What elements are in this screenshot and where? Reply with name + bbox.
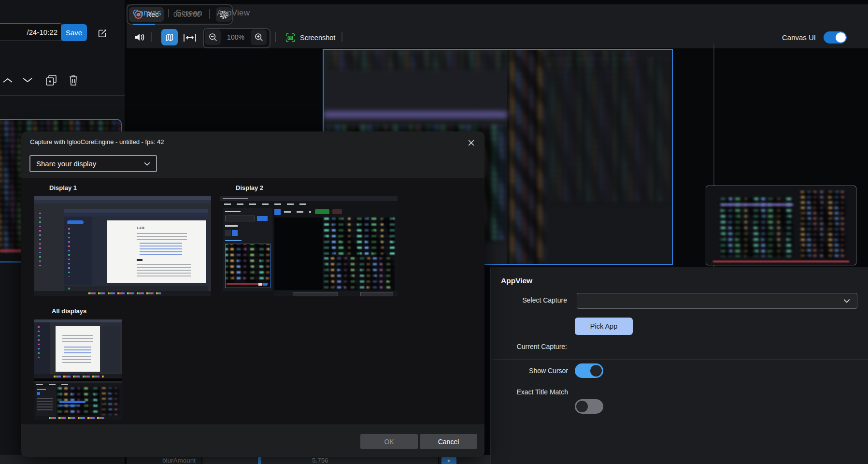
t3b-selected-row — [59, 401, 85, 403]
top-bar: Canvas Screen AppView 10 — [127, 4, 868, 48]
t2-code-top — [324, 218, 395, 257]
t2-code-bottom — [324, 257, 395, 290]
close-icon — [467, 139, 475, 147]
play-triangle-icon — [447, 459, 451, 463]
t1-inner-sidebar — [64, 217, 92, 285]
dialog-close-button[interactable] — [462, 134, 480, 151]
current-capture-label: Current Capture: — [501, 343, 567, 350]
toolbar-separator — [275, 32, 276, 42]
t2-mini-btn2 — [263, 283, 267, 286]
parameter-value: 5.756 — [202, 457, 438, 464]
display2-thumbnail[interactable] — [220, 196, 398, 296]
t3-taskbar-icons — [54, 376, 104, 377]
canvas-blur-code-right — [551, 58, 669, 203]
canvas-ui-toggle[interactable] — [824, 31, 847, 44]
t1-inner-sidebar-icons — [68, 228, 70, 276]
fit-width-button[interactable] — [183, 32, 197, 44]
tab-canvas[interactable]: Canvas — [133, 8, 161, 18]
t2-field2 — [360, 292, 393, 296]
screenshot-label: Screenshot — [300, 34, 335, 42]
audio-button[interactable] — [133, 31, 146, 43]
canvas-blur-code-middle — [511, 49, 545, 265]
chevron-down-icon — [144, 162, 150, 166]
t3b-selected-row2 — [59, 405, 80, 406]
t1-outer-toolbar — [34, 200, 211, 203]
t2-title-dash — [223, 198, 248, 199]
exact-title-match-toggle[interactable] — [575, 399, 603, 414]
edit-icon — [97, 28, 108, 39]
zoom-out-icon — [208, 32, 218, 42]
toggle-knob — [576, 401, 588, 412]
exact-title-match-label: Exact Title Match — [501, 388, 568, 396]
t2-appview-dash — [225, 240, 242, 241]
t2-field1 — [293, 292, 338, 296]
display2-label: Display 2 — [236, 184, 263, 191]
t1-outer-sidebar-icons — [39, 213, 41, 266]
t1-doc-subheading — [137, 259, 142, 261]
share-source-dropdown[interactable]: Share your display — [29, 155, 157, 172]
chevron-up-icon — [2, 77, 14, 84]
parameter-action-button[interactable] — [441, 457, 456, 464]
t3-right-col — [102, 326, 120, 372]
t3b-code-right — [102, 387, 119, 415]
cancel-button[interactable]: Cancel — [420, 434, 477, 449]
mini-preview-code-right — [801, 191, 845, 259]
select-capture-dropdown[interactable] — [577, 293, 857, 309]
canvas-editor-gutter — [507, 50, 510, 264]
t1-doc-heading: 1.2.0 — [137, 226, 144, 230]
t2-layer-mini-code — [225, 244, 270, 283]
move-layer-up-button[interactable] — [1, 75, 14, 85]
t3-doc-lines — [62, 335, 93, 344]
all-displays-thumbnail[interactable] — [34, 319, 122, 420]
mini-preview-red-bar — [713, 261, 849, 262]
toolbar-separator — [342, 32, 342, 42]
canvas-ui-control: Canvas UI — [782, 31, 847, 44]
show-cursor-toggle[interactable] — [575, 363, 603, 378]
zoom-in-button[interactable] — [251, 29, 267, 45]
t1-inner-titlebar — [64, 209, 208, 213]
toggle-knob — [590, 365, 602, 377]
screenshot-button[interactable]: Screenshot — [282, 31, 338, 44]
screen-preview-thumbnail[interactable] — [706, 186, 856, 265]
t3-sidebar-icons — [38, 326, 40, 361]
t2-map-mini — [274, 209, 281, 215]
parameter-name: blurAmount — [127, 457, 196, 464]
t2-source-input — [225, 216, 255, 221]
t3b-blue-sq — [37, 392, 40, 395]
t1-inner-toolbar — [64, 213, 208, 217]
show-cursor-label: Show Cursor — [501, 367, 568, 375]
select-capture-label: Select Capture — [501, 296, 567, 304]
app-window: Save Canvas Scre — [0, 0, 868, 464]
t3b-panel-lines — [37, 398, 53, 412]
t2-icon-sq — [225, 230, 231, 236]
capture-name-input[interactable] — [0, 23, 63, 41]
tab-appview[interactable]: AppView — [217, 8, 250, 18]
rename-button[interactable] — [96, 27, 109, 40]
t1-add-pill — [67, 220, 84, 224]
save-button[interactable]: Save — [61, 24, 87, 41]
view-tabs: Canvas Screen AppView — [133, 8, 250, 18]
sidebar-divider — [0, 95, 125, 96]
pick-app-button[interactable]: Pick App — [575, 318, 633, 335]
chevron-down-icon — [843, 299, 850, 303]
tab-separator — [168, 9, 169, 17]
t2-screenshot-mini — [315, 209, 329, 214]
dialog-title: Capture with IglooCoreEngine - untitled … — [30, 138, 164, 145]
t1-document-page: 1.2.0 — [107, 220, 206, 283]
t2-titlebar — [220, 196, 398, 201]
t3-doc-bullets — [64, 347, 91, 353]
ok-button[interactable]: OK — [360, 434, 418, 449]
delete-layer-button[interactable] — [67, 73, 80, 87]
toolbar-separator — [151, 32, 152, 42]
zoom-level: 100% — [223, 33, 248, 41]
tab-screen[interactable]: Screen — [176, 8, 202, 18]
share-source-value: Share your display — [36, 160, 96, 168]
display1-thumbnail[interactable]: 1.2.0 — [34, 196, 211, 296]
zoom-out-button[interactable] — [205, 29, 221, 45]
t3-bottom-screen — [34, 381, 122, 420]
duplicate-layer-button[interactable] — [44, 73, 58, 87]
move-layer-down-button[interactable] — [21, 75, 34, 85]
t2-menubar — [224, 203, 311, 205]
map-view-button[interactable] — [161, 29, 178, 45]
fit-width-icon — [183, 33, 197, 43]
